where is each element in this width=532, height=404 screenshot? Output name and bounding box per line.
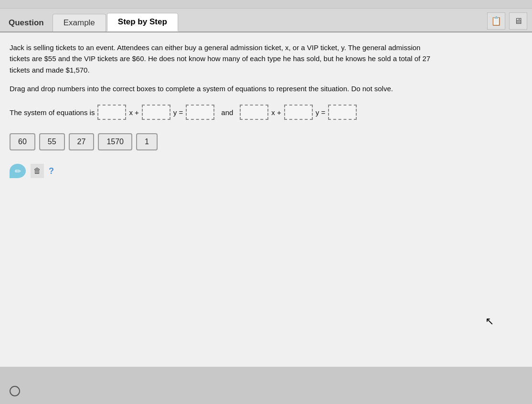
and-label: and: [221, 108, 233, 117]
eq1-box2[interactable]: [142, 105, 170, 120]
copy-icon: 🖥: [514, 16, 522, 26]
tab-example[interactable]: Example: [53, 14, 106, 32]
eq1-op1: x +: [129, 108, 138, 117]
drag-numbers-row: 60552715701: [10, 133, 518, 150]
eq1-op2: y =: [173, 108, 183, 117]
help-button[interactable]: ?: [49, 166, 54, 176]
drag-chip[interactable]: 27: [69, 133, 95, 150]
pencil-button[interactable]: ✏: [10, 164, 26, 178]
eq2-op2: y =: [316, 108, 325, 117]
eq2-box3[interactable]: [328, 105, 357, 120]
eq2-box2[interactable]: [284, 105, 313, 120]
notes-icon: 📋: [491, 16, 501, 26]
trash-button[interactable]: 🗑: [31, 164, 44, 178]
instruction-text: Drag and drop numbers into the correct b…: [10, 83, 439, 94]
bottom-tools: ✏ 🗑 ?: [10, 164, 518, 178]
pencil-icon: ✏: [15, 167, 21, 176]
main-content: Jack is selling tickets to an event. Att…: [0, 32, 532, 367]
tab-question[interactable]: Question: [5, 14, 53, 32]
copy-button[interactable]: 🖥: [509, 12, 527, 30]
question-icon: ?: [49, 166, 54, 176]
tab-example-label: Example: [64, 18, 95, 27]
eq2-op1: x +: [271, 108, 281, 117]
tab-step-by-step-label: Step by Step: [118, 17, 167, 26]
trash-icon: 🗑: [33, 167, 41, 175]
tab-step-by-step[interactable]: Step by Step: [107, 13, 178, 32]
drag-chip[interactable]: 60: [10, 133, 35, 150]
eq1-box1[interactable]: [97, 105, 126, 120]
eq1-box3[interactable]: [186, 105, 214, 120]
equation-row: The system of equations is x + y = and x…: [10, 105, 518, 120]
eq2-box1[interactable]: [240, 105, 268, 120]
drag-chip[interactable]: 1570: [98, 133, 132, 150]
drag-chip[interactable]: 55: [39, 133, 65, 150]
equation-intro-label: The system of equations is: [10, 108, 95, 117]
drag-chip[interactable]: 1: [136, 133, 158, 150]
notes-button[interactable]: 📋: [487, 12, 505, 30]
bottom-circle: [10, 386, 20, 396]
problem-text: Jack is selling tickets to an event. Att…: [10, 42, 439, 75]
